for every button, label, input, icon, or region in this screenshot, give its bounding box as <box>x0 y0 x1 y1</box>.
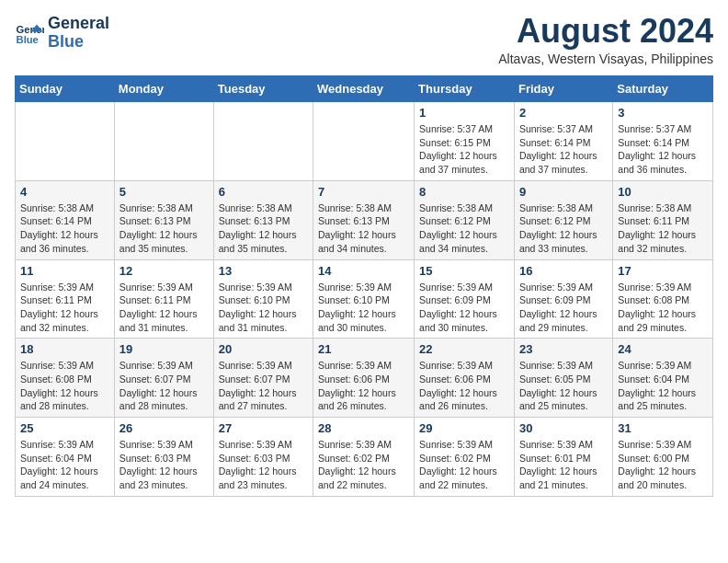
day-info: Sunrise: 5:37 AM Sunset: 6:14 PM Dayligh… <box>519 122 608 177</box>
calendar-cell: 8Sunrise: 5:38 AM Sunset: 6:12 PM Daylig… <box>415 180 515 259</box>
day-number: 18 <box>20 342 109 356</box>
day-number: 25 <box>20 421 109 435</box>
calendar-cell: 3Sunrise: 5:37 AM Sunset: 6:14 PM Daylig… <box>613 102 713 181</box>
day-info: Sunrise: 5:39 AM Sunset: 6:07 PM Dayligh… <box>119 359 209 413</box>
day-info: Sunrise: 5:38 AM Sunset: 6:12 PM Dayligh… <box>419 201 509 256</box>
day-number: 21 <box>318 342 409 356</box>
day-number: 3 <box>618 106 708 120</box>
calendar-cell: 26Sunrise: 5:39 AM Sunset: 6:03 PM Dayli… <box>114 418 213 497</box>
calendar-cell: 28Sunrise: 5:39 AM Sunset: 6:02 PM Dayli… <box>313 418 415 497</box>
calendar-cell: 16Sunrise: 5:39 AM Sunset: 6:09 PM Dayli… <box>514 259 612 339</box>
day-number: 8 <box>419 185 509 199</box>
calendar-cell: 18Sunrise: 5:39 AM Sunset: 6:08 PM Dayli… <box>16 339 115 418</box>
calendar-cell: 24Sunrise: 5:39 AM Sunset: 6:04 PM Dayli… <box>613 339 713 418</box>
calendar-cell: 11Sunrise: 5:39 AM Sunset: 6:11 PM Dayli… <box>16 259 115 339</box>
day-info: Sunrise: 5:39 AM Sunset: 6:08 PM Dayligh… <box>618 281 708 335</box>
calendar-cell <box>114 102 213 181</box>
day-number: 27 <box>219 421 308 435</box>
page-header: General Blue General Blue August 2024 Al… <box>15 15 713 66</box>
header-saturday: Saturday <box>613 76 713 102</box>
day-number: 29 <box>419 421 509 435</box>
day-info: Sunrise: 5:39 AM Sunset: 6:03 PM Dayligh… <box>119 438 209 492</box>
header-thursday: Thursday <box>415 76 515 102</box>
day-number: 14 <box>318 264 409 278</box>
day-number: 23 <box>519 342 608 356</box>
calendar-cell: 7Sunrise: 5:38 AM Sunset: 6:13 PM Daylig… <box>313 180 415 259</box>
calendar-cell: 21Sunrise: 5:39 AM Sunset: 6:06 PM Dayli… <box>313 339 415 418</box>
day-number: 24 <box>618 342 708 356</box>
logo: General Blue General Blue <box>15 15 109 52</box>
header-row: SundayMondayTuesdayWednesdayThursdayFrid… <box>16 76 713 102</box>
calendar-table: SundayMondayTuesdayWednesdayThursdayFrid… <box>15 75 713 497</box>
day-info: Sunrise: 5:37 AM Sunset: 6:15 PM Dayligh… <box>419 122 509 177</box>
day-number: 6 <box>219 185 308 199</box>
calendar-cell <box>313 102 415 181</box>
day-number: 31 <box>618 421 708 435</box>
week-row-1: 4Sunrise: 5:38 AM Sunset: 6:14 PM Daylig… <box>16 180 713 259</box>
day-number: 28 <box>318 421 409 435</box>
calendar-cell <box>16 102 115 181</box>
calendar-cell: 13Sunrise: 5:39 AM Sunset: 6:10 PM Dayli… <box>213 259 313 339</box>
header-monday: Monday <box>114 76 213 102</box>
calendar-cell: 29Sunrise: 5:39 AM Sunset: 6:02 PM Dayli… <box>415 418 515 497</box>
day-info: Sunrise: 5:38 AM Sunset: 6:13 PM Dayligh… <box>219 201 308 256</box>
header-friday: Friday <box>514 76 612 102</box>
day-number: 17 <box>618 264 708 278</box>
day-number: 9 <box>519 185 608 199</box>
calendar-cell: 10Sunrise: 5:38 AM Sunset: 6:11 PM Dayli… <box>613 180 713 259</box>
day-info: Sunrise: 5:39 AM Sunset: 6:04 PM Dayligh… <box>20 438 109 492</box>
day-number: 13 <box>219 264 308 278</box>
day-info: Sunrise: 5:39 AM Sunset: 6:03 PM Dayligh… <box>219 438 308 492</box>
logo-text-blue: Blue <box>48 33 109 52</box>
day-number: 2 <box>519 106 608 120</box>
calendar-cell: 19Sunrise: 5:39 AM Sunset: 6:07 PM Dayli… <box>114 339 213 418</box>
calendar-cell: 2Sunrise: 5:37 AM Sunset: 6:14 PM Daylig… <box>514 102 612 181</box>
day-number: 22 <box>419 342 509 356</box>
day-number: 19 <box>119 342 209 356</box>
calendar-cell <box>213 102 313 181</box>
location-subtitle: Altavas, Western Visayas, Philippines <box>498 52 713 66</box>
day-info: Sunrise: 5:38 AM Sunset: 6:13 PM Dayligh… <box>318 201 409 256</box>
day-number: 10 <box>618 185 708 199</box>
calendar-cell: 9Sunrise: 5:38 AM Sunset: 6:12 PM Daylig… <box>514 180 612 259</box>
calendar-cell: 22Sunrise: 5:39 AM Sunset: 6:06 PM Dayli… <box>415 339 515 418</box>
calendar-cell: 4Sunrise: 5:38 AM Sunset: 6:14 PM Daylig… <box>16 180 115 259</box>
day-info: Sunrise: 5:39 AM Sunset: 6:06 PM Dayligh… <box>419 359 509 413</box>
day-number: 26 <box>119 421 209 435</box>
calendar-cell: 25Sunrise: 5:39 AM Sunset: 6:04 PM Dayli… <box>16 418 115 497</box>
week-row-3: 18Sunrise: 5:39 AM Sunset: 6:08 PM Dayli… <box>16 339 713 418</box>
day-info: Sunrise: 5:39 AM Sunset: 6:01 PM Dayligh… <box>519 438 608 492</box>
day-number: 5 <box>119 185 209 199</box>
calendar-header: SundayMondayTuesdayWednesdayThursdayFrid… <box>16 76 713 102</box>
day-info: Sunrise: 5:39 AM Sunset: 6:04 PM Dayligh… <box>618 359 708 413</box>
day-info: Sunrise: 5:39 AM Sunset: 6:10 PM Dayligh… <box>318 281 409 335</box>
calendar-cell: 30Sunrise: 5:39 AM Sunset: 6:01 PM Dayli… <box>514 418 612 497</box>
calendar-cell: 31Sunrise: 5:39 AM Sunset: 6:00 PM Dayli… <box>613 418 713 497</box>
day-number: 1 <box>419 106 509 120</box>
day-info: Sunrise: 5:39 AM Sunset: 6:10 PM Dayligh… <box>219 281 308 335</box>
day-info: Sunrise: 5:39 AM Sunset: 6:00 PM Dayligh… <box>618 438 708 492</box>
day-number: 11 <box>20 264 109 278</box>
calendar-cell: 15Sunrise: 5:39 AM Sunset: 6:09 PM Dayli… <box>415 259 515 339</box>
day-info: Sunrise: 5:38 AM Sunset: 6:11 PM Dayligh… <box>618 201 708 256</box>
calendar-cell: 27Sunrise: 5:39 AM Sunset: 6:03 PM Dayli… <box>213 418 313 497</box>
svg-text:Blue: Blue <box>17 34 39 45</box>
day-info: Sunrise: 5:39 AM Sunset: 6:11 PM Dayligh… <box>119 281 209 335</box>
header-wednesday: Wednesday <box>313 76 415 102</box>
day-info: Sunrise: 5:38 AM Sunset: 6:13 PM Dayligh… <box>119 201 209 256</box>
day-info: Sunrise: 5:38 AM Sunset: 6:12 PM Dayligh… <box>519 201 608 256</box>
logo-icon: General Blue <box>15 18 44 48</box>
week-row-0: 1Sunrise: 5:37 AM Sunset: 6:15 PM Daylig… <box>16 102 713 181</box>
day-number: 16 <box>519 264 608 278</box>
calendar-cell: 5Sunrise: 5:38 AM Sunset: 6:13 PM Daylig… <box>114 180 213 259</box>
day-info: Sunrise: 5:38 AM Sunset: 6:14 PM Dayligh… <box>20 201 109 256</box>
day-info: Sunrise: 5:39 AM Sunset: 6:08 PM Dayligh… <box>20 359 109 413</box>
week-row-4: 25Sunrise: 5:39 AM Sunset: 6:04 PM Dayli… <box>16 418 713 497</box>
day-info: Sunrise: 5:37 AM Sunset: 6:14 PM Dayligh… <box>618 122 708 177</box>
day-number: 4 <box>20 185 109 199</box>
calendar-cell: 1Sunrise: 5:37 AM Sunset: 6:15 PM Daylig… <box>415 102 515 181</box>
header-tuesday: Tuesday <box>213 76 313 102</box>
day-info: Sunrise: 5:39 AM Sunset: 6:11 PM Dayligh… <box>20 281 109 335</box>
day-info: Sunrise: 5:39 AM Sunset: 6:02 PM Dayligh… <box>419 438 509 492</box>
day-info: Sunrise: 5:39 AM Sunset: 6:06 PM Dayligh… <box>318 359 409 413</box>
